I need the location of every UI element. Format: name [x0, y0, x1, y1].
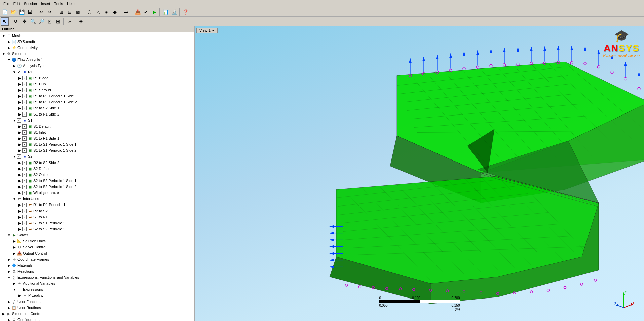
node-checkbox[interactable]: ✓: [22, 215, 27, 219]
node-checkbox[interactable]: ✓: [22, 191, 27, 195]
tb-post[interactable]: 🔬: [170, 8, 178, 16]
tree-node-s2_s2_periodic_1_side_1[interactable]: ▶✓▣S2 to S2 Periodic 1 Side 1: [0, 178, 194, 184]
node-checkbox[interactable]: ✓: [22, 130, 27, 135]
tree-node-s1_s1_periodic_1[interactable]: ▶✓⇌S1 to S1 Periodic 1: [0, 220, 194, 226]
tree-node-s2[interactable]: ▼✓■S2: [0, 153, 194, 159]
tree-node-simulation_control[interactable]: ▶▶Simulation Control: [0, 311, 194, 317]
tree-node-reactions[interactable]: ▶⚗Reactions: [0, 268, 194, 274]
node-checkbox[interactable]: ✓: [22, 88, 27, 92]
expand-icon[interactable]: ▶: [17, 172, 22, 177]
menu-session[interactable]: Session: [22, 1, 39, 6]
node-checkbox[interactable]: ✓: [22, 106, 27, 110]
node-checkbox[interactable]: ✓: [22, 173, 27, 177]
node-checkbox[interactable]: ✓: [17, 154, 21, 159]
node-checkbox[interactable]: ✓: [22, 136, 27, 141]
tree-node-s1_s1_periodic_1_side_1[interactable]: ▶✓▣S1 to S1 Periodic 1 Side 1: [0, 141, 194, 147]
tb2-coord[interactable]: ⊕: [77, 17, 85, 26]
menu-help[interactable]: Help: [65, 1, 77, 6]
tb2-more[interactable]: »: [66, 17, 74, 26]
tree-node-s2_s2_periodic_1_side_2[interactable]: ▶✓▣S2 to S2 Periodic 1 Side 2: [0, 184, 194, 190]
expand-icon[interactable]: ▶: [17, 136, 22, 141]
tree-node-flow_analysis_1[interactable]: ▼🔵Flow Analysis 1: [0, 57, 194, 63]
tb2-zoom-in[interactable]: 🔍: [29, 17, 37, 26]
tree-node-r1_blade[interactable]: ▶✓▣R1 Blade: [0, 75, 194, 81]
expand-icon[interactable]: ▶: [17, 94, 22, 98]
tree-node-s1_r1_side_1[interactable]: ▶✓▣S1 to R1 Side 1: [0, 135, 194, 141]
tree-node-solution_units[interactable]: ▶📐Solution Units: [0, 238, 194, 244]
tree-node-r1_r1_periodic_1_side_2[interactable]: ▶✓▣R1 to R1 Periodic 1 Side 2: [0, 99, 194, 105]
tb-new[interactable]: 📄: [1, 8, 9, 16]
expand-icon[interactable]: ▼: [12, 118, 17, 123]
tree-node-materials[interactable]: ▶🔷Materials: [0, 262, 194, 268]
expand-icon[interactable]: ▶: [17, 106, 22, 110]
expand-icon[interactable]: ▶: [17, 148, 22, 153]
tree-node-s1_r1_side_2[interactable]: ▶✓▣S1 to R1 Side 2: [0, 111, 194, 117]
node-checkbox[interactable]: ✓: [22, 160, 27, 165]
expand-icon[interactable]: ▼: [7, 275, 11, 280]
tree-container[interactable]: ▼⊞Mesh▶📄SYS.cmdb▶⚡Connectivity▼⚙Simulati…: [0, 32, 194, 321]
node-checkbox[interactable]: ✓: [22, 185, 27, 189]
tree-node-s1_s1_periodic_1_side_2[interactable]: ▶✓▣S1 to S1 Periodic 1 Side 2: [0, 147, 194, 153]
tb2-pan[interactable]: ✥: [21, 17, 29, 26]
expand-icon[interactable]: ▼: [12, 154, 17, 159]
expand-icon[interactable]: ▼: [12, 287, 17, 292]
expand-icon[interactable]: ▼: [12, 196, 17, 201]
tree-node-r1[interactable]: ▼✓■R1: [0, 69, 194, 75]
expand-icon[interactable]: ▶: [1, 311, 6, 316]
tb-mesh[interactable]: ⊞: [57, 8, 65, 16]
tb-interface[interactable]: ⇌: [122, 8, 130, 16]
tree-node-coordinate_frames[interactable]: ▶✛Coordinate Frames: [0, 256, 194, 262]
expand-icon[interactable]: ▶: [17, 227, 22, 231]
expand-icon[interactable]: ▶: [17, 190, 22, 195]
tree-node-interfaces[interactable]: ▼⇌Interfaces: [0, 196, 194, 202]
tb-undo[interactable]: ↩: [37, 8, 45, 16]
expand-icon[interactable]: ▶: [7, 257, 11, 262]
expand-icon[interactable]: ▶: [7, 305, 11, 310]
tree-node-expressions_funcs_vars[interactable]: ▼∑Expressions, Functions and Variables: [0, 274, 194, 280]
expand-icon[interactable]: ▼: [1, 51, 6, 56]
node-checkbox[interactable]: ✓: [22, 124, 27, 129]
tb-open[interactable]: 📂: [9, 8, 17, 16]
tree-node-r1_shroud[interactable]: ▶✓▣R1 Shroud: [0, 87, 194, 93]
tb-help[interactable]: ❓: [182, 8, 190, 16]
expand-icon[interactable]: ▶: [17, 215, 22, 219]
tb-save[interactable]: 💾: [17, 8, 26, 16]
tree-node-r1_r1_periodic_1_side_1[interactable]: ▶✓▣R1 to R1 Periodic 1 Side 1: [0, 93, 194, 99]
expand-icon[interactable]: ▶: [12, 63, 17, 68]
expand-icon[interactable]: ▶: [7, 45, 11, 50]
node-checkbox[interactable]: ✓: [17, 70, 21, 74]
right-panel[interactable]: View 1 ▼ 🎓 ANSYS Noncommercial use only: [195, 26, 644, 321]
tree-node-r2_s2[interactable]: ▶✓⇌R2 to S2: [0, 208, 194, 214]
expand-icon[interactable]: ▶: [17, 130, 22, 135]
tree-node-configurations[interactable]: ▶⚙Configurations: [0, 317, 194, 321]
menu-insert[interactable]: Insert: [39, 1, 52, 6]
node-checkbox[interactable]: ✓: [22, 227, 27, 231]
tree-node-s1_inlet[interactable]: ▶✓▣S1 Inlet: [0, 129, 194, 135]
tree-node-analysis_type[interactable]: ▶🕐Analysis Type: [0, 63, 194, 69]
expand-icon[interactable]: ▶: [17, 293, 22, 298]
expand-icon[interactable]: ▶: [17, 88, 22, 92]
tree-node-s1_r1[interactable]: ▶✓⇌S1 to R1: [0, 214, 194, 220]
node-checkbox[interactable]: ✓: [22, 100, 27, 104]
tb-mesh-import[interactable]: 📥: [134, 8, 142, 16]
tree-node-user_functions[interactable]: ▶ƒUser Functions: [0, 299, 194, 305]
expand-icon[interactable]: ▶: [17, 178, 22, 183]
node-checkbox[interactable]: ✓: [22, 167, 27, 171]
tree-node-s2_default[interactable]: ▶✓▣S2 Default: [0, 166, 194, 172]
tb-save2[interactable]: 🖫: [26, 8, 34, 16]
expand-icon[interactable]: ▶: [17, 221, 22, 225]
node-checkbox[interactable]: ✓: [22, 221, 27, 225]
node-checkbox[interactable]: ✓: [22, 142, 27, 147]
tree-node-s1_default[interactable]: ▶✓▣S1 Default: [0, 123, 194, 129]
expand-icon[interactable]: ▶: [17, 209, 22, 213]
expand-icon[interactable]: ▶: [17, 82, 22, 86]
node-checkbox[interactable]: ✓: [22, 209, 27, 213]
tb-mesh3[interactable]: ⊠: [74, 8, 82, 16]
view-dropdown-icon[interactable]: ▼: [212, 29, 215, 32]
node-checkbox[interactable]: ✓: [22, 179, 27, 183]
menu-file[interactable]: File: [1, 1, 11, 6]
tree-node-s2_outlet[interactable]: ▶✓▣S2 Outlet: [0, 172, 194, 178]
node-checkbox[interactable]: ✓: [22, 76, 27, 80]
tree-node-r1_r1_periodic_1[interactable]: ▶✓⇌R1 to R1 Periodic 1: [0, 202, 194, 208]
expand-icon[interactable]: ▶: [17, 166, 22, 171]
